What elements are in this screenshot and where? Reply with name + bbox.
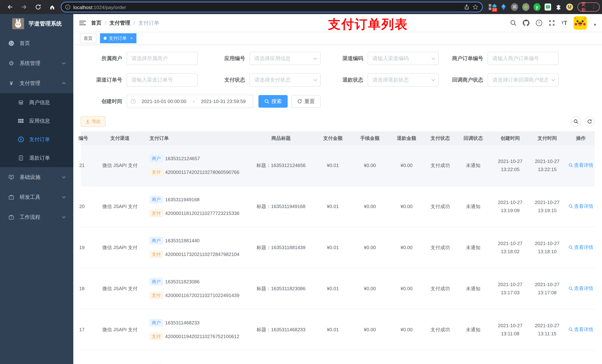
table-row[interactable]: 19 微信 JSAPI 支付 商户1635311881440 支付4200001… [81,227,595,268]
browser-menu-icon[interactable]: ⋮ [591,4,596,10]
cell-fee: ¥0.00 [354,204,386,209]
view-detail-link[interactable]: 查看详情 [569,326,593,333]
extension-badge: 10 [492,7,498,12]
sidebar-item-dev-tools[interactable]: 研发工具 [0,187,73,207]
emoji-extension-icon[interactable] [566,3,573,11]
app-title: 芋道管理系统 [29,20,62,28]
toggle-search-icon[interactable] [571,116,581,126]
tab-pay-order[interactable]: 支付订单 × [100,33,136,43]
home-icon[interactable] [47,1,58,13]
reset-button[interactable]: 重置 [291,95,321,108]
sidebar-item-refund-order[interactable]: 退款订单 [0,149,73,167]
avatar-caret-icon[interactable]: ▼ [593,23,597,27]
pay-tag: 支付 [150,251,163,258]
refresh-icon[interactable] [585,116,595,126]
search-icon[interactable] [510,20,516,26]
share-icon[interactable] [464,4,469,10]
chevron-down-icon [62,176,66,178]
chevron-down-icon [62,196,66,198]
font-size-icon[interactable]: TT [561,20,567,26]
briefcase-icon [8,215,14,220]
table-row[interactable]: 商户1635311254796 [81,350,595,364]
update-button[interactable]: 更新 ⋮ [577,2,600,12]
filter-label-merchant: 所属商户 [81,55,127,62]
refund-status-select[interactable] [368,73,439,87]
clock-icon [131,99,136,104]
cell-refund: ¥0.00 [386,286,427,291]
gem-extension-icon[interactable] [500,3,507,11]
reload-icon[interactable] [32,1,44,13]
breadcrumb-home[interactable]: 首页 [91,20,101,26]
pay-status-select[interactable] [249,73,321,87]
bookmark-star-icon[interactable] [473,4,478,10]
github-icon[interactable] [523,20,529,26]
view-detail-link[interactable]: 查看详情 [569,244,593,251]
view-detail-link[interactable]: 查看详情 [569,162,593,168]
cell-paid: 2021-10-2713:19:15 [527,198,567,215]
merchant-order-no-input[interactable] [488,52,559,65]
create-time-range[interactable]: 2021-10-01 00:00:00 - 2021-10-31 23:59:5… [127,95,253,108]
cell-channel: 微信 JSAPI 支付 [93,244,147,251]
svg-text:¥: ¥ [20,138,22,141]
cell-order-nos: 商户1635311949168 支付4200001181202110277723… [147,196,250,217]
channel-order-no-filter [127,73,198,87]
view-detail-link[interactable]: 查看详情 [569,285,593,292]
cell-paid: 2021-10-2713:11:15 [527,322,567,338]
forward-icon[interactable] [19,1,30,13]
back-icon[interactable] [4,1,16,13]
sidebar-item-home[interactable]: 首页 [0,33,73,53]
search-button[interactable]: 搜索 [258,95,288,108]
sidebar: 芋道管理系统 首页 ⚙ 系统管理 ¥ 支付管理 [0,14,73,364]
filter-label-pay-status: 支付状态 [198,76,249,83]
cell-created: 2021-10-2713:19:09 [493,198,527,215]
user-avatar[interactable] [573,16,587,30]
channel-code-select[interactable] [368,52,439,65]
command-extension-icon[interactable]: ⌘ [511,3,518,11]
y-extension-icon[interactable]: y [534,3,541,11]
cell-title: 标题：1635311468233 [250,326,312,333]
shop-icon [18,100,24,105]
hamburger-icon[interactable] [79,20,86,26]
cell-channel: 微信 JSAPI 支付 [93,285,147,292]
blocks-extension-icon[interactable]: 10 [489,3,496,11]
notify-status-select[interactable] [488,73,559,87]
fullscreen-icon[interactable] [549,20,555,26]
filter-label-channel-order-no: 渠道订单号 [81,76,127,83]
cell-channel: 微信 JSAPI 支付 [93,326,147,333]
cell-title: 标题：1635311949168 [250,203,312,210]
toolbox-icon [8,195,14,200]
channel-order-no-input[interactable] [127,73,198,87]
export-button[interactable]: 导出 [81,116,106,127]
sidebar-item-system[interactable]: ⚙ 系统管理 [0,53,73,73]
table-row[interactable]: 20 微信 JSAPI 支付 商户1635311949168 支付4200001… [81,186,595,227]
sidebar-item-payment[interactable]: ¥ 支付管理 [0,73,73,93]
cell-order-nos: 商户1635311881440 支付4200001173202110272847… [147,237,250,258]
tab-home[interactable]: 首页 [80,33,96,43]
puzzle-extension-icon[interactable] [555,4,562,10]
sidebar-item-pay-order[interactable]: ¥ 支付订单 [0,130,73,149]
range-start[interactable]: 2021-10-01 00:00:00 [138,99,190,104]
view-detail-link[interactable]: 查看详情 [569,203,593,209]
close-icon[interactable]: × [130,36,133,41]
pay-order-icon: ¥ [18,136,24,142]
sidebar-item-app-info[interactable]: 应用信息 [0,112,73,130]
sidebar-item-merchant-info[interactable]: 商户信息 [0,93,73,112]
site-info-icon[interactable] [65,4,70,10]
table-row[interactable]: 18 微信 JSAPI 支付 商户1635311823086 支付4200001… [81,268,595,309]
sidebar-item-infrastructure[interactable]: 基础设施 [0,167,73,187]
app-filter-select[interactable] [249,52,321,65]
cell-amount: ¥0.01 [312,204,354,209]
recorder-extension-icon[interactable] [522,3,529,11]
page-content: 所属商户 应用编号 渠道编码 [73,44,602,364]
table-row[interactable]: 21 微信 JSAPI 支付 商户1635312124657 支付4200001… [81,145,595,186]
sidebar-item-workflow[interactable]: 工作流程 [0,207,73,227]
table-row[interactable]: 17 微信 JSAPI 支付 商户1635311468233 支付4200001… [81,309,595,350]
cell-notify: 未通知 [453,326,493,333]
url-text[interactable]: localhost:1024/pay/order [73,4,126,10]
merchant-filter-input[interactable] [127,52,198,65]
range-end[interactable]: 2021-10-31 23:59:59 [197,99,249,104]
address-bar[interactable]: localhost:1024/pay/order [61,2,483,12]
breadcrumb-payment[interactable]: 支付管理 [110,20,130,26]
chat-extension-icon[interactable] [545,3,551,10]
help-icon[interactable]: ? [536,20,542,26]
